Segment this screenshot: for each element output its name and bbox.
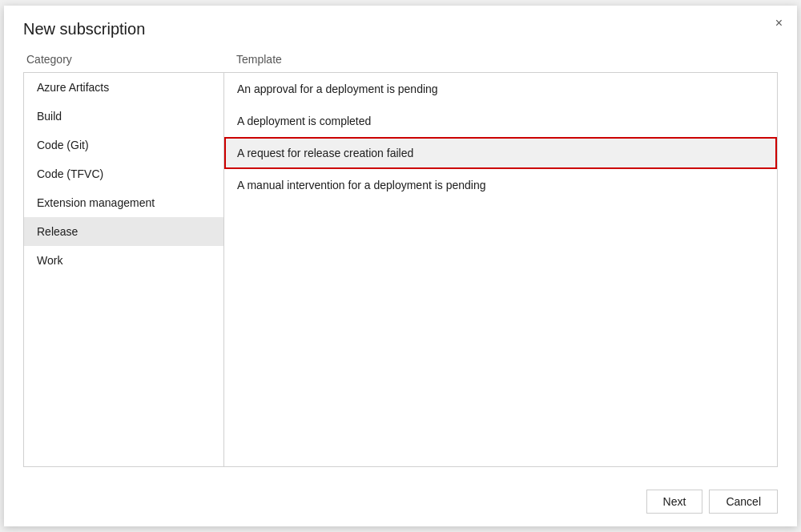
category-item-build[interactable]: Build [24,102,223,131]
column-headers: Category Template [23,46,778,72]
dialog: × New subscription Category Template Azu… [4,6,797,526]
panels-container: Azure ArtifactsBuildCode (Git)Code (TFVC… [23,72,778,467]
dialog-body: Category Template Azure ArtifactsBuildCo… [4,46,797,480]
next-button[interactable]: Next [646,490,703,514]
dialog-title: New subscription [4,6,797,46]
category-item-code-git[interactable]: Code (Git) [24,131,223,159]
dialog-backdrop: × New subscription Category Template Azu… [0,0,801,532]
category-item-work[interactable]: Work [24,246,223,275]
category-column-header: Category [23,53,223,66]
template-item-release-creation-failed[interactable]: A request for release creation failed [224,137,777,169]
template-item-deployment-completed[interactable]: A deployment is completed [224,105,777,137]
cancel-button[interactable]: Cancel [709,490,778,514]
template-column-header: Template [223,53,778,66]
category-item-azure-artifacts[interactable]: Azure Artifacts [24,73,223,102]
category-item-release[interactable]: Release [24,217,223,246]
category-item-extension-management[interactable]: Extension management [24,188,223,217]
dialog-footer: Next Cancel [4,480,797,526]
template-panel: An approval for a deployment is pendingA… [224,73,777,466]
template-item-approval-deployment[interactable]: An approval for a deployment is pending [224,73,777,105]
category-item-code-tfvc[interactable]: Code (TFVC) [24,159,223,188]
close-button[interactable]: × [771,14,787,33]
category-panel: Azure ArtifactsBuildCode (Git)Code (TFVC… [24,73,224,466]
template-item-manual-intervention[interactable]: A manual intervention for a deployment i… [224,169,777,201]
